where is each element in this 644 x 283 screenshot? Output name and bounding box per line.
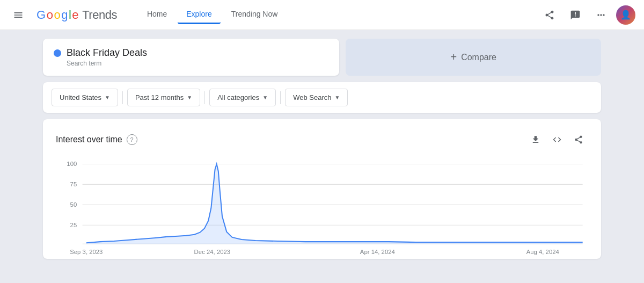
menu-icon[interactable] bbox=[9, 5, 28, 25]
feedback-icon-button[interactable] bbox=[565, 4, 586, 26]
share-icon-button[interactable] bbox=[539, 4, 560, 26]
search-type-filter[interactable]: Web Search ▼ bbox=[285, 89, 348, 106]
filter-row: United States ▼ Past 12 months ▼ All cat… bbox=[43, 82, 601, 113]
search-type-label: Web Search bbox=[293, 93, 331, 101]
share-chart-button[interactable] bbox=[569, 130, 588, 149]
time-filter[interactable]: Past 12 months ▼ bbox=[127, 89, 200, 106]
apps-icon-button[interactable] bbox=[590, 4, 612, 26]
region-chevron: ▼ bbox=[105, 95, 110, 100]
svg-text:Aug 4, 2024: Aug 4, 2024 bbox=[526, 249, 559, 255]
category-filter[interactable]: All categories ▼ bbox=[209, 89, 276, 106]
nav-actions: 👤 bbox=[539, 4, 635, 26]
main-content: Black Friday Deals Search term + Compare… bbox=[0, 30, 644, 267]
chart-title: Interest over time bbox=[56, 135, 122, 144]
chart-header: Interest over time ? bbox=[56, 130, 588, 149]
search-term-header: Black Friday Deals bbox=[54, 47, 328, 59]
filter-sep-1 bbox=[122, 91, 123, 104]
search-term-card: Black Friday Deals Search term bbox=[43, 39, 339, 76]
region-filter[interactable]: United States ▼ bbox=[52, 89, 118, 106]
search-row: Black Friday Deals Search term + Compare bbox=[43, 39, 601, 76]
plus-icon: + bbox=[450, 51, 457, 63]
avatar[interactable]: 👤 bbox=[616, 5, 635, 25]
category-label: All categories bbox=[217, 93, 259, 101]
chart-section: Interest over time ? bbox=[43, 119, 601, 259]
compare-card[interactable]: + Compare bbox=[346, 39, 601, 76]
compare-label: Compare bbox=[461, 53, 496, 62]
top-navigation: Google Trends Home Explore Trending Now … bbox=[0, 0, 644, 30]
region-label: United States bbox=[60, 93, 101, 101]
google-logo: Google Trends bbox=[36, 8, 117, 22]
svg-text:25: 25 bbox=[70, 222, 77, 228]
filter-sep-3 bbox=[280, 91, 281, 104]
svg-text:100: 100 bbox=[67, 161, 77, 168]
chart-title-row: Interest over time ? bbox=[56, 134, 137, 145]
svg-text:Apr 14, 2024: Apr 14, 2024 bbox=[360, 249, 395, 255]
svg-text:Sep 3, 2023: Sep 3, 2023 bbox=[70, 249, 103, 255]
svg-text:Dec 24, 2023: Dec 24, 2023 bbox=[194, 249, 231, 255]
chart-svg: 100 75 50 25 Sep 3, 2023 Dec 24, 2023 Ap… bbox=[56, 156, 588, 260]
category-chevron: ▼ bbox=[262, 95, 268, 100]
svg-text:50: 50 bbox=[70, 201, 77, 208]
embed-button[interactable] bbox=[547, 130, 567, 149]
svg-text:75: 75 bbox=[70, 182, 77, 188]
help-icon[interactable]: ? bbox=[127, 134, 137, 145]
filter-sep-2 bbox=[204, 91, 205, 104]
time-label: Past 12 months bbox=[135, 93, 184, 101]
chart-actions bbox=[526, 130, 588, 149]
chart-container: 100 75 50 25 Sep 3, 2023 Dec 24, 2023 Ap… bbox=[56, 156, 588, 260]
search-type-chevron: ▼ bbox=[334, 95, 340, 100]
time-chevron: ▼ bbox=[187, 95, 192, 100]
search-term-type: Search term bbox=[67, 60, 328, 67]
download-button[interactable] bbox=[526, 130, 545, 149]
nav-links: Home Explore Trending Now bbox=[138, 5, 286, 24]
nav-home[interactable]: Home bbox=[138, 5, 175, 24]
term-dot bbox=[54, 49, 61, 57]
nav-explore[interactable]: Explore bbox=[178, 5, 220, 24]
nav-trending-now[interactable]: Trending Now bbox=[223, 5, 287, 24]
search-term-name: Black Friday Deals bbox=[67, 47, 147, 59]
